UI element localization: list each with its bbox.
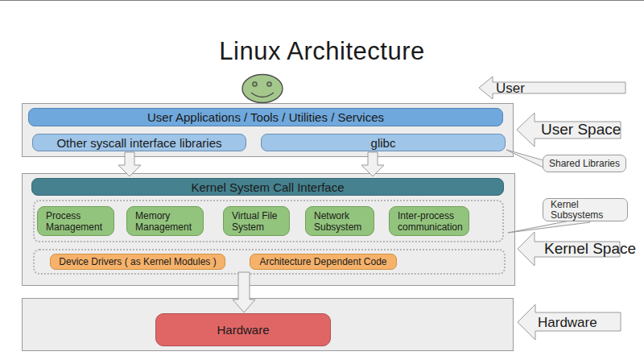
other-syscall-libraries-box: Other syscall interface libraries	[32, 134, 246, 151]
subsystem-box-virtual-file-system: Virtual File System	[223, 206, 290, 236]
smiley-face-icon	[242, 75, 283, 103]
device-drivers-box: Device Drivers ( as Kernel Modules )	[50, 254, 225, 270]
hardware-box: Hardware	[155, 313, 331, 346]
hardware-arrow-label: Hardware	[538, 315, 597, 331]
subsystem-box-process-management: Process Management	[37, 206, 114, 236]
subsystem-label: Inter-process communication	[398, 210, 465, 233]
kernel-syscall-interface-label: Kernel System Call Interface	[191, 180, 344, 194]
kernel-space-arrow-label: Kernel Space	[544, 240, 636, 258]
user-space-arrow-label: User Space	[541, 121, 621, 139]
subsystem-box-memory-management: Memory Management	[126, 206, 204, 236]
top-divider-line	[0, 0, 644, 1]
architecture-dependent-code-box: Architecture Dependent Code	[250, 254, 397, 270]
linux-architecture-diagram: Linux Architecture User Applications / T…	[0, 0, 644, 364]
device-drivers-label: Device Drivers ( as Kernel Modules )	[59, 256, 216, 267]
glibc-label: glibc	[371, 136, 396, 150]
other-syscall-libraries-label: Other syscall interface libraries	[56, 136, 221, 150]
shared-libraries-label: Shared Libraries	[549, 158, 620, 169]
shared-libraries-callout: Shared Libraries	[543, 155, 626, 172]
subsystem-label: Memory Management	[135, 210, 200, 233]
kernel-syscall-interface-bar: Kernel System Call Interface	[31, 178, 504, 196]
subsystem-box-interprocess-communication: Inter-process communication	[389, 206, 469, 236]
user-arrow-label: User	[496, 81, 525, 97]
kernel-subsystems-callout: Kernel Subsystems	[543, 198, 628, 221]
subsystem-label: Network Subsystem	[314, 210, 370, 233]
subsystem-label: Virtual File System	[232, 210, 286, 233]
subsystem-label: Process Management	[46, 210, 110, 233]
architecture-dependent-code-label: Architecture Dependent Code	[259, 256, 386, 267]
user-applications-bar: User Applications / Tools / Utilities / …	[28, 108, 503, 126]
page-title: Linux Architecture	[0, 37, 644, 66]
kernel-subsystems-label: Kernel Subsystems	[543, 200, 609, 221]
user-applications-label: User Applications / Tools / Utilities / …	[147, 110, 384, 124]
glibc-box: glibc	[261, 134, 506, 151]
hardware-box-label: Hardware	[217, 323, 269, 337]
subsystem-box-network-subsystem: Network Subsystem	[305, 206, 374, 236]
